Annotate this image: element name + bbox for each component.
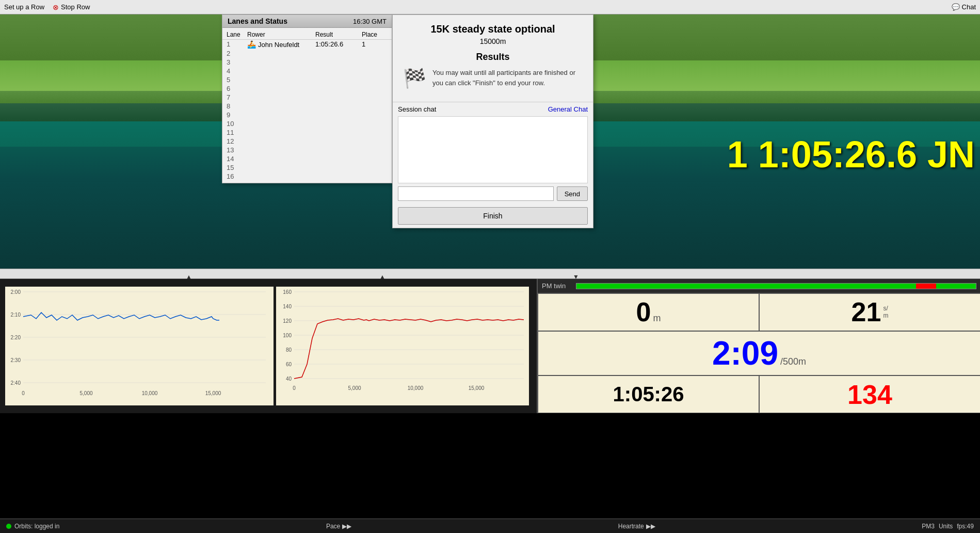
lanes-panel: Lanes and Status 16:30 GMT Lane Rower Re…	[222, 14, 392, 183]
rower-name	[247, 111, 315, 119]
finish-button[interactable]: Finish	[398, 207, 588, 225]
chat-input-row: Send	[393, 183, 593, 204]
lane-place	[362, 67, 388, 75]
results-title: 15K steady state optional	[403, 23, 583, 35]
status-right: PM3 Units fps:49	[922, 523, 974, 530]
rower-name	[247, 102, 315, 110]
lane-row: 9	[222, 111, 392, 119]
rower-name	[247, 164, 315, 171]
lane-row: 1 🚣 John Neufeldt 1:05:26.6 1	[222, 40, 392, 49]
lane-result	[315, 155, 362, 163]
lane-number: 9	[227, 111, 247, 119]
ruler: ▲ ▲ ▼	[0, 269, 980, 279]
send-button[interactable]: Send	[557, 186, 588, 201]
pm-stroke-unit-s: s/	[883, 305, 888, 312]
rower-name	[247, 146, 315, 154]
race-time: 1:05:26.6	[758, 133, 917, 176]
lane-row: 8	[222, 102, 392, 111]
rower-name	[247, 50, 315, 57]
lane-row: 10	[222, 119, 392, 128]
lane-place	[362, 93, 388, 101]
status-bar: Orbits: logged in Pace ▶▶ Heartrate ▶▶ P…	[0, 519, 980, 533]
lane-number: 16	[227, 173, 247, 180]
results-content: 15K steady state optional 15000m Results…	[393, 15, 593, 102]
lane-result	[315, 50, 362, 57]
lane-number: 6	[227, 85, 247, 92]
svg-text:2:20: 2:20	[11, 335, 21, 340]
chat-label: Chat	[962, 3, 976, 11]
rower-name	[247, 93, 315, 101]
col-place: Place	[362, 31, 388, 38]
lane-result	[315, 93, 362, 101]
stop-row-button[interactable]: ⊗ Stop Row	[53, 3, 90, 11]
lane-place	[362, 164, 388, 171]
top-bar-left: Set up a Row ⊗ Stop Row	[0, 3, 90, 11]
lane-place: 1	[362, 40, 388, 49]
setup-row-button[interactable]: Set up a Row	[4, 3, 44, 11]
lane-result	[315, 85, 362, 92]
lane-result	[315, 164, 362, 171]
lane-row: 15	[222, 163, 392, 172]
rower-name	[247, 85, 315, 92]
lanes-table: Lane Rower Result Place 1 🚣 John Neufeld…	[222, 28, 392, 183]
status-indicator	[6, 524, 11, 529]
chat-input[interactable]	[398, 186, 554, 201]
chat-icon: 💬	[952, 3, 960, 11]
pm-hr-cell: 134	[759, 375, 980, 413]
pm-panel: PM twin 0 m 21 s/ m	[537, 279, 980, 413]
lane-number: 1	[227, 40, 247, 49]
pm-title: PM twin	[542, 282, 566, 290]
lane-result	[315, 111, 362, 119]
lane-number: 3	[227, 58, 247, 66]
race-place: 1	[727, 133, 748, 176]
modal-area: Lanes and Status 16:30 GMT Lane Rower Re…	[222, 14, 557, 183]
svg-text:2:00: 2:00	[11, 289, 21, 295]
pace-arrow: ▶▶	[342, 523, 351, 530]
rower-name	[247, 173, 315, 180]
lane-place	[362, 137, 388, 145]
lane-place	[362, 76, 388, 84]
svg-text:10,000: 10,000	[142, 390, 158, 396]
bottom-area: 2:00 2:10 2:20 2:30 2:40 0 5,000 10,000 …	[0, 279, 980, 533]
general-chat-link[interactable]: General Chat	[548, 105, 588, 113]
pace-label: Pace	[326, 523, 340, 530]
svg-text:2:40: 2:40	[11, 380, 21, 386]
charts-panel: 2:00 2:10 2:20 2:30 2:40 0 5,000 10,000 …	[0, 279, 537, 413]
rower-name	[247, 67, 315, 75]
pm-grid: 0 m 21 s/ m 2:09 /500m	[538, 293, 980, 413]
race-initials: JN	[927, 133, 975, 176]
lanes-col-headers: Lane Rower Result Place	[222, 30, 392, 40]
lane-row: 4	[222, 67, 392, 75]
race-overlay: 1 1:05:26.6 JN	[727, 133, 975, 176]
lane-row: 6	[222, 84, 392, 93]
pm-pace-unit: /500m	[780, 356, 806, 367]
col-rower: Rower	[247, 31, 315, 38]
lane-result	[315, 76, 362, 84]
lane-result	[315, 58, 362, 66]
lane-place	[362, 85, 388, 92]
lane-row: 16	[222, 172, 392, 181]
svg-text:60: 60	[286, 362, 292, 367]
heartrate-arrow: ▶▶	[646, 523, 655, 530]
lane-result	[315, 146, 362, 154]
rower-name: 🚣 John Neufeldt	[247, 40, 315, 49]
svg-text:15,000: 15,000	[469, 385, 485, 391]
lanes-time: 16:30 GMT	[353, 18, 387, 25]
checkered-flag-icon: 🏁	[403, 68, 426, 89]
lane-number: 8	[227, 102, 247, 110]
pm-performance-bar	[576, 283, 976, 289]
pace-chart: 2:00 2:10 2:20 2:30 2:40 0 5,000 10,000 …	[5, 287, 274, 405]
stop-icon: ⊗	[53, 3, 59, 11]
pm-stroke-rate-value: 21	[852, 296, 881, 327]
lane-row: 14	[222, 154, 392, 163]
lane-place	[362, 50, 388, 57]
chat-button[interactable]: 💬 Chat	[952, 3, 980, 11]
lane-number: 14	[227, 155, 247, 163]
chat-area[interactable]	[398, 116, 588, 183]
results-heading: Results	[403, 52, 583, 62]
pm-time-cell: 1:05:26	[538, 375, 759, 413]
svg-text:40: 40	[286, 376, 292, 382]
lane-number: 11	[227, 129, 247, 136]
lane-number: 13	[227, 146, 247, 154]
rower-name	[247, 120, 315, 128]
